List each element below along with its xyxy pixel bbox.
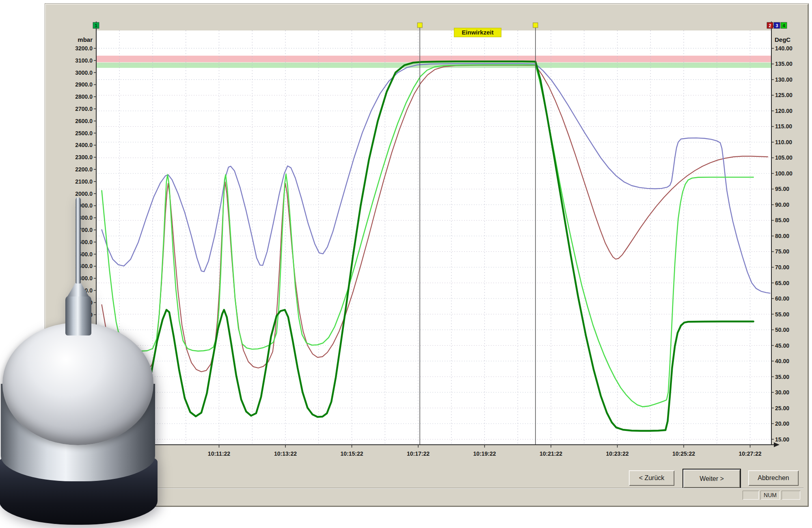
probe-cone	[67, 282, 89, 296]
datalogger-photo: BioTechTM www.zfime.net	[0, 195, 162, 528]
cursor-handle-1[interactable]	[417, 23, 422, 28]
statusbar-pane-left	[743, 491, 759, 500]
device-top-surface	[2, 322, 153, 445]
statusbar-pane-right	[782, 491, 800, 500]
next-button[interactable]: Weiter >	[682, 469, 741, 489]
probe-hub	[65, 296, 91, 335]
cursor-handle-2[interactable]	[533, 23, 538, 28]
statusbar-pane-num: NUM	[760, 491, 780, 500]
cancel-button[interactable]: Abbrechen	[748, 470, 799, 486]
probe-rod	[76, 197, 81, 283]
back-button[interactable]: < Zurück	[629, 470, 674, 486]
